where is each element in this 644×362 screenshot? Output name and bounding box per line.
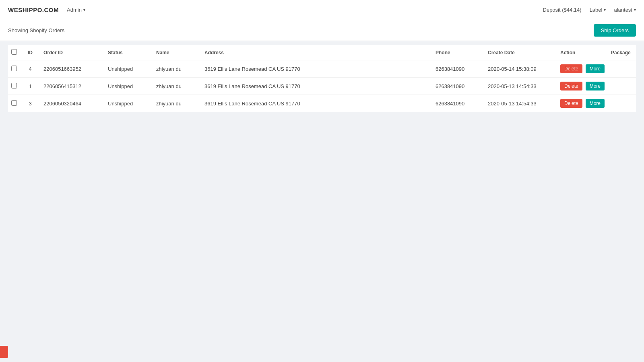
row-address: 3619 Ellis Lane Rosemead CA US 91770 (201, 78, 432, 95)
row-action-cell: Delete More (557, 60, 608, 78)
row-phone: 6263841090 (432, 95, 485, 112)
more-button-2[interactable]: More (586, 99, 605, 108)
header-address: Address (201, 45, 432, 60)
row-checkbox-cell (8, 95, 20, 112)
row-action-cell: Delete More (557, 78, 608, 95)
row-id: 4 (20, 60, 40, 78)
row-order-id: 2206051663952 (40, 60, 105, 78)
header-action: Action (557, 45, 608, 60)
row-phone: 6263841090 (432, 60, 485, 78)
toolbar: Showing Shopify Orders Ship Orders (0, 20, 644, 41)
row-address: 3619 Ellis Lane Rosemead CA US 91770 (201, 60, 432, 78)
row-name: zhiyuan du (153, 95, 201, 112)
row-package (608, 60, 636, 78)
row-status: Unshipped (105, 60, 153, 78)
header-id: ID (20, 45, 40, 60)
label-label: Label (590, 7, 603, 13)
row-status: Unshipped (105, 95, 153, 112)
row-name: zhiyuan du (153, 78, 201, 95)
header-create-date: Create Date (485, 45, 557, 60)
header-checkbox-col (8, 45, 20, 60)
orders-table-container: ID Order ID Status Name Address Phone Cr… (0, 41, 644, 116)
navbar-left: WESHIPPO.COM Admin ▾ (8, 6, 85, 13)
table-header: ID Order ID Status Name Address Phone Cr… (8, 45, 636, 60)
admin-chevron-icon: ▾ (83, 8, 85, 12)
navbar-right: Deposit ($44.14) Label ▾ alantest ▾ (543, 7, 636, 13)
navbar: WESHIPPO.COM Admin ▾ Deposit ($44.14) La… (0, 0, 644, 20)
row-checkbox-1[interactable] (11, 83, 17, 88)
more-button-0[interactable]: More (586, 64, 605, 73)
row-create-date: 2020-05-13 14:54:33 (485, 78, 557, 95)
row-checkbox-2[interactable] (11, 100, 17, 106)
header-phone: Phone (432, 45, 485, 60)
header-status: Status (105, 45, 153, 60)
header-order-id: Order ID (40, 45, 105, 60)
select-all-checkbox[interactable] (11, 49, 17, 55)
orders-table: ID Order ID Status Name Address Phone Cr… (8, 45, 636, 112)
delete-button-0[interactable]: Delete (560, 64, 582, 73)
ship-orders-button[interactable]: Ship Orders (594, 24, 636, 37)
header-package: Package (608, 45, 636, 60)
row-package (608, 95, 636, 112)
deposit-link[interactable]: Deposit ($44.14) (543, 7, 582, 13)
row-checkbox-cell (8, 60, 20, 78)
delete-button-1[interactable]: Delete (560, 82, 582, 90)
admin-dropdown[interactable]: Admin ▾ (67, 7, 85, 13)
table-body: 4 2206051663952 Unshipped zhiyuan du 361… (8, 60, 636, 112)
user-chevron-icon: ▾ (634, 8, 636, 12)
brand-logo: WESHIPPO.COM (8, 6, 59, 13)
user-label: alantest (614, 7, 632, 13)
label-dropdown[interactable]: Label ▾ (590, 7, 606, 13)
row-action-cell: Delete More (557, 95, 608, 112)
row-package (608, 78, 636, 95)
row-id: 1 (20, 78, 40, 95)
row-create-date: 2020-05-14 15:38:09 (485, 60, 557, 78)
row-create-date: 2020-05-13 14:54:33 (485, 95, 557, 112)
header-name: Name (153, 45, 201, 60)
row-address: 3619 Ellis Lane Rosemead CA US 91770 (201, 95, 432, 112)
user-dropdown[interactable]: alantest ▾ (614, 7, 636, 13)
table-row: 3 2206050320464 Unshipped zhiyuan du 361… (8, 95, 636, 112)
toolbar-title: Showing Shopify Orders (8, 27, 64, 33)
table-row: 1 2206056415312 Unshipped zhiyuan du 361… (8, 78, 636, 95)
row-status: Unshipped (105, 78, 153, 95)
more-button-1[interactable]: More (586, 82, 605, 90)
row-phone: 6263841090 (432, 78, 485, 95)
row-checkbox-cell (8, 78, 20, 95)
row-id: 3 (20, 95, 40, 112)
row-order-id: 2206050320464 (40, 95, 105, 112)
table-row: 4 2206051663952 Unshipped zhiyuan du 361… (8, 60, 636, 78)
label-chevron-icon: ▾ (604, 8, 606, 12)
row-name: zhiyuan du (153, 60, 201, 78)
row-checkbox-0[interactable] (11, 66, 17, 71)
delete-button-2[interactable]: Delete (560, 99, 582, 108)
admin-label: Admin (67, 7, 82, 13)
row-order-id: 2206056415312 (40, 78, 105, 95)
